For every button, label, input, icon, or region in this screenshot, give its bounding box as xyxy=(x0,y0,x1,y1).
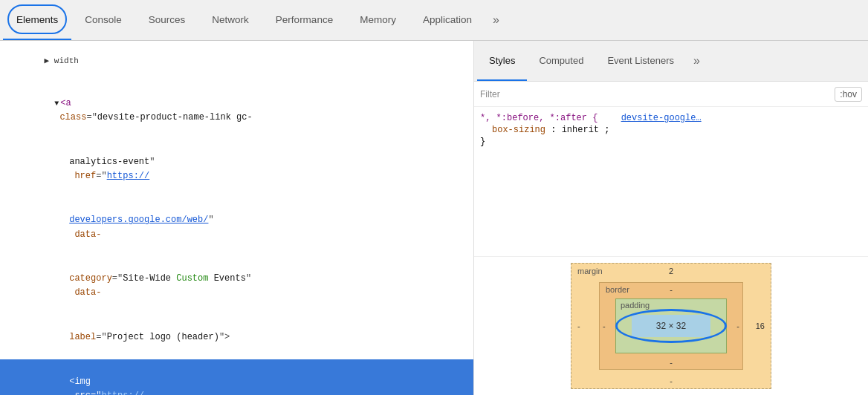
margin-right-val: 16 xyxy=(756,321,765,330)
margin-top-val: 2 xyxy=(669,267,673,275)
tab-performance-label: Performance xyxy=(276,14,333,25)
dom-line-width: ▶ width xyxy=(0,41,473,82)
dom-line-a-cont3: category="Site-Wide Custom Events" data- xyxy=(0,257,473,316)
top-tab-bar: Elements Console Sources Network Perform… xyxy=(0,0,868,41)
border-top-val: - xyxy=(670,285,673,294)
dom-panel: ▶ width ▼<a class="devsite-product-name-… xyxy=(0,41,474,395)
css-close: } xyxy=(480,137,485,147)
tab-elements-label: Elements xyxy=(16,14,58,25)
sub-tab-styles[interactable]: Styles xyxy=(477,41,527,81)
box-content: 32 × 32 xyxy=(632,315,710,337)
border-label: border xyxy=(606,285,629,294)
main-content: ▶ width ▼<a class="devsite-product-name-… xyxy=(0,41,868,395)
tab-sources-label: Sources xyxy=(149,14,186,25)
dom-line-a-cont1: analytics-event" href="https:// xyxy=(0,140,473,199)
css-rules-area: *, *:before, *:after { devsite-google… b… xyxy=(474,107,868,256)
sub-tab-bar: Styles Computed Event Listeners » xyxy=(474,41,868,82)
css-selector: *, *:before, *:after { xyxy=(480,113,597,123)
sub-tab-computed-label: Computed xyxy=(539,55,583,66)
tab-elements[interactable]: Elements xyxy=(3,0,71,40)
sub-tab-computed[interactable]: Computed xyxy=(527,41,595,81)
filter-bar: Filter :hov xyxy=(474,82,868,107)
tab-console-label: Console xyxy=(85,14,122,25)
tab-more-button[interactable]: » xyxy=(485,0,507,40)
css-value: inherit xyxy=(562,125,599,135)
box-content-size: 32 × 32 xyxy=(656,321,686,331)
css-semicolon: ; xyxy=(604,125,609,135)
tab-console[interactable]: Console xyxy=(71,0,135,40)
tab-sources[interactable]: Sources xyxy=(135,0,199,40)
css-property: box-sizing xyxy=(492,125,545,135)
border-right-val: - xyxy=(736,321,739,330)
tab-network-label: Network xyxy=(212,14,249,25)
css-prop-row: box-sizing : inherit ; xyxy=(480,125,862,135)
padding-label: padding xyxy=(621,301,650,310)
tab-memory[interactable]: Memory xyxy=(346,0,409,40)
dom-line-a-open[interactable]: ▼<a class="devsite-product-name-link gc- xyxy=(0,82,473,140)
tab-network[interactable]: Network xyxy=(198,0,262,40)
filter-hov-button[interactable]: :hov xyxy=(835,87,862,102)
css-colon: : xyxy=(551,125,561,135)
box-model-diagram: margin 2 16 - - border - - - - padding xyxy=(571,263,771,389)
dom-line-a-cont4: label="Project logo (header)"> xyxy=(0,316,473,360)
filter-label: Filter xyxy=(480,89,835,99)
sub-tab-event-listeners[interactable]: Event Listeners xyxy=(595,41,686,81)
margin-left-val: - xyxy=(577,321,580,330)
css-rule-selector-row: *, *:before, *:after { devsite-google… xyxy=(480,113,862,123)
css-rule-universal: *, *:before, *:after { devsite-google… b… xyxy=(480,113,862,147)
tab-memory-label: Memory xyxy=(360,14,396,25)
css-close-brace: } xyxy=(480,137,862,147)
tab-application-label: Application xyxy=(423,14,472,25)
border-left-val: - xyxy=(603,321,606,330)
margin-label: margin xyxy=(577,267,603,275)
css-source-link[interactable]: devsite-google… xyxy=(621,113,702,123)
dom-line-img[interactable]: <img src="https:// xyxy=(0,359,473,395)
dom-line-a-cont2: developers.google.com/web/" data- xyxy=(0,198,473,257)
sub-tab-event-listeners-label: Event Listeners xyxy=(607,55,674,66)
box-model-area: margin 2 16 - - border - - - - padding xyxy=(474,256,868,395)
tab-performance[interactable]: Performance xyxy=(262,0,346,40)
sub-tab-styles-label: Styles xyxy=(489,55,515,66)
right-panel: Styles Computed Event Listeners » Filter… xyxy=(474,41,868,395)
margin-bottom-val: - xyxy=(670,376,673,385)
sub-tab-more-button[interactable]: » xyxy=(686,41,707,81)
tab-application[interactable]: Application xyxy=(409,0,485,40)
border-bottom-val: - xyxy=(670,358,673,367)
